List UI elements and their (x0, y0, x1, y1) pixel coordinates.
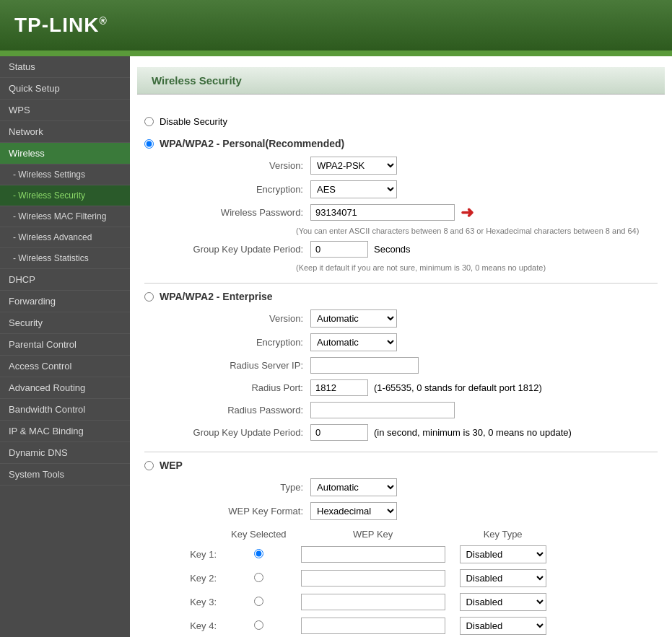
sidebar-item-wireless-security[interactable]: - Wireless Security (0, 185, 130, 206)
encryption-label: Encryption: (166, 184, 310, 195)
version-select[interactable]: WPA2-PSK Automatic WPA-PSK (310, 157, 397, 175)
sidebar: Status Quick Setup WPS Network Wireless … (0, 56, 130, 637)
radius-port-row: Radius Port: (1-65535, 0 stands for defa… (144, 379, 658, 396)
wep-col-key-label (166, 526, 224, 542)
group-key-input[interactable] (310, 241, 368, 258)
key2-input[interactable] (301, 570, 445, 587)
disable-security-radio[interactable] (144, 117, 154, 126)
key3-radio[interactable] (254, 597, 263, 606)
key4-input[interactable] (301, 618, 445, 634)
key4-type-select[interactable]: Disabled64bit128bit152bit (460, 617, 546, 635)
password-hint: (You can enter ASCII characters between … (144, 227, 658, 235)
wpa-enterprise-section: WPA/WPA2 - Enterprise Version: Automatic… (144, 291, 658, 441)
wep-type-row: Type: Automatic Open System Shared Key (144, 478, 658, 496)
sidebar-item-access-control[interactable]: Access Control (0, 356, 130, 377)
key4-type-cell: Disabled64bit128bit152bit (453, 614, 554, 637)
sidebar-item-ip-mac-binding[interactable]: IP & MAC Binding (0, 421, 130, 442)
key3-label: Key 3: (166, 590, 224, 614)
encryption-select[interactable]: AES Automatic TKIP (310, 180, 397, 198)
encryption-row: Encryption: AES Automatic TKIP (144, 180, 658, 198)
sidebar-item-dynamic-dns[interactable]: Dynamic DNS (0, 442, 130, 464)
wep-type-select[interactable]: Automatic Open System Shared Key (310, 478, 397, 496)
sidebar-item-wireless-statistics[interactable]: - Wireless Statistics (0, 248, 130, 269)
key1-input[interactable] (301, 546, 445, 563)
wpa-personal-header: WPA/WPA2 - Personal(Recommended) (144, 138, 658, 149)
sidebar-item-security[interactable]: Security (0, 312, 130, 334)
key3-radio-cell (224, 590, 294, 614)
key2-type-select[interactable]: Disabled64bit128bit152bit (460, 569, 546, 587)
sidebar-item-advanced-routing[interactable]: Advanced Routing (0, 377, 130, 399)
password-arrow-icon: ➜ (461, 205, 474, 221)
encryption-control: AES Automatic TKIP (310, 180, 397, 198)
ent-group-key-control: (in second, minimum is 30, 0 means no up… (310, 424, 572, 441)
key2-radio[interactable] (254, 573, 263, 582)
sidebar-item-quick-setup[interactable]: Quick Setup (0, 78, 130, 100)
key1-radio-cell (224, 542, 294, 566)
key4-radio[interactable] (254, 620, 263, 630)
key1-radio[interactable] (254, 549, 263, 558)
sidebar-item-dhcp[interactable]: DHCP (0, 269, 130, 291)
layout: Status Quick Setup WPS Network Wireless … (0, 56, 672, 637)
wep-key-row-2: Key 2: Disabled64bit128bit152bit (166, 566, 554, 590)
key1-type-select[interactable]: Disabled64bit128bit152bit (460, 545, 546, 563)
radius-port-input[interactable] (310, 379, 368, 396)
password-input[interactable] (310, 204, 455, 221)
disable-security-section: Disable Security (144, 109, 658, 138)
wpa-personal-label: WPA/WPA2 - Personal(Recommended) (160, 138, 344, 149)
ent-group-key-input[interactable] (310, 424, 368, 441)
group-key-hint: (Keep it default if you are not sure, mi… (144, 263, 658, 272)
sidebar-item-parental-control[interactable]: Parental Control (0, 334, 130, 356)
radius-port-control: (1-65535, 0 stands for default port 1812… (310, 379, 542, 396)
sidebar-item-status[interactable]: Status (0, 56, 130, 78)
ent-group-key-label: Group Key Update Period: (166, 427, 310, 438)
key2-type-cell: Disabled64bit128bit152bit (453, 566, 554, 590)
seconds-label: Seconds (374, 244, 411, 255)
sidebar-item-wireless-mac-filtering[interactable]: - Wireless MAC Filtering (0, 206, 130, 227)
sidebar-item-forwarding[interactable]: Forwarding (0, 291, 130, 312)
key2-value-cell (294, 566, 453, 590)
radius-ip-input[interactable] (310, 357, 419, 374)
key3-type-select[interactable]: Disabled64bit128bit152bit (460, 593, 546, 611)
ent-encryption-control: Automatic TKIP AES (310, 333, 397, 351)
sidebar-item-wps[interactable]: WPS (0, 100, 130, 121)
wpa-personal-radio[interactable] (144, 139, 154, 149)
ent-version-row: Version: Automatic WPA WPA2 (144, 309, 658, 328)
group-key-label: Group Key Update Period: (166, 244, 310, 255)
radius-password-label: Radius Password: (166, 405, 310, 416)
wep-key-table: Key Selected WEP Key Key Type Key 1: (166, 526, 554, 637)
sidebar-item-network[interactable]: Network (0, 121, 130, 143)
password-label: Wireless Password: (166, 207, 310, 218)
ent-encryption-label: Encryption: (166, 337, 310, 348)
key3-input[interactable] (301, 594, 445, 610)
wep-radio[interactable] (144, 461, 154, 470)
wep-section: WEP Type: Automatic Open System Shared K… (144, 460, 658, 637)
sidebar-item-wireless-settings[interactable]: - Wireless Settings (0, 164, 130, 185)
page-title-bar: Wireless Security (137, 67, 665, 95)
version-label: Version: (166, 160, 310, 171)
ent-encryption-row: Encryption: Automatic TKIP AES (144, 333, 658, 351)
group-key-row: Group Key Update Period: Seconds (144, 241, 658, 258)
wep-type-control: Automatic Open System Shared Key (310, 478, 397, 496)
ent-encryption-select[interactable]: Automatic TKIP AES (310, 333, 397, 351)
sidebar-item-wireless-advanced[interactable]: - Wireless Advanced (0, 227, 130, 248)
ent-version-control: Automatic WPA WPA2 (310, 309, 397, 328)
ent-version-select[interactable]: Automatic WPA WPA2 (310, 309, 397, 328)
sidebar-item-wireless[interactable]: Wireless (0, 143, 130, 164)
wep-type-label: Type: (166, 482, 310, 493)
password-control: ➜ (310, 204, 474, 221)
group-key-control: Seconds (310, 241, 411, 258)
wep-col-wep-key-header: WEP Key (294, 526, 453, 542)
radius-port-label: Radius Port: (166, 382, 310, 393)
wep-format-select[interactable]: Hexadecimal ASCII (310, 502, 397, 520)
radius-password-control (310, 402, 455, 418)
wpa-enterprise-radio[interactable] (144, 292, 154, 302)
radius-password-row: Radius Password: (144, 402, 658, 418)
sidebar-item-bandwidth-control[interactable]: Bandwidth Control (0, 399, 130, 421)
password-wrapper: ➜ (310, 204, 474, 221)
sidebar-item-system-tools[interactable]: System Tools (0, 464, 130, 486)
header: TP-LINK® (0, 0, 672, 50)
wep-label: WEP (160, 460, 183, 471)
wep-col-key-type-header: Key Type (453, 526, 554, 542)
key3-value-cell (294, 590, 453, 614)
radius-password-input[interactable] (310, 402, 455, 418)
